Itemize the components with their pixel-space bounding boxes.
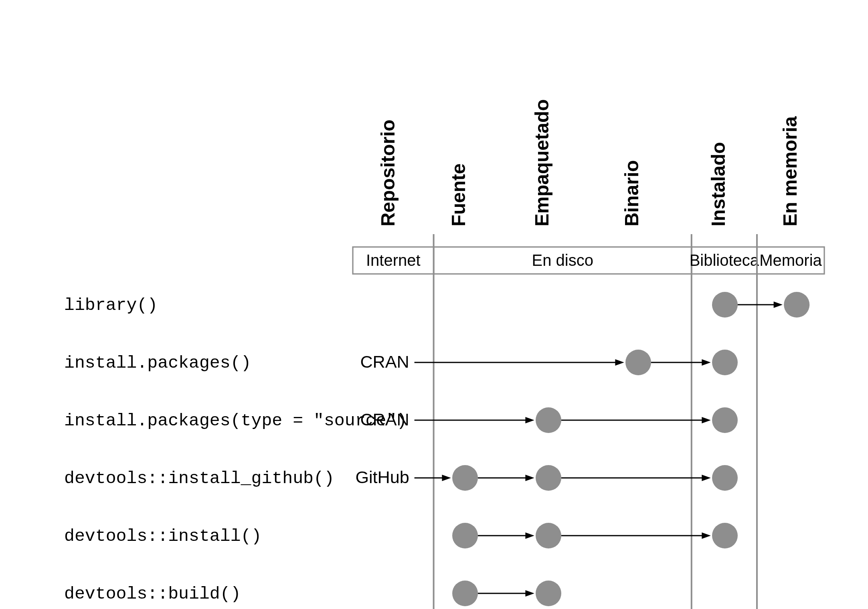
svg-marker-15 <box>702 475 710 481</box>
column-header-instalado: Instalado <box>708 142 729 227</box>
svg-marker-13 <box>525 475 534 481</box>
row-label: install.packages(type = "source") <box>64 411 407 431</box>
node-binario <box>625 350 651 375</box>
node-fuente <box>452 523 478 548</box>
svg-marker-5 <box>702 359 710 366</box>
node-fuente <box>452 465 478 491</box>
node-empaq <box>536 407 561 433</box>
repo-label: GitHub <box>355 467 409 487</box>
svg-marker-9 <box>702 417 710 423</box>
svg-marker-3 <box>615 359 624 366</box>
column-header-empaq: Empaquetado <box>531 99 552 226</box>
column-header-repo: Repositorio <box>377 119 399 227</box>
column-header-memoria: En memoria <box>779 116 801 227</box>
node-instalado <box>712 292 738 318</box>
svg-marker-17 <box>525 532 534 539</box>
subheader-instalado: Biblioteca <box>690 251 759 269</box>
node-instalado <box>712 523 738 548</box>
repo-label: CRAN <box>360 410 409 429</box>
svg-marker-7 <box>525 417 534 423</box>
svg-marker-19 <box>702 532 710 539</box>
row-label: install.packages() <box>64 353 251 373</box>
node-fuente <box>452 581 478 606</box>
subheader-repo: Internet <box>366 251 421 269</box>
node-instalado <box>712 350 738 375</box>
node-empaq <box>536 465 561 491</box>
node-empaq <box>536 581 561 606</box>
node-empaq <box>536 523 561 548</box>
row-label: devtools::install_github() <box>64 469 334 488</box>
node-instalado <box>712 465 738 491</box>
package-states-diagram: RepositorioFuenteEmpaquetadoBinarioInsta… <box>0 0 868 609</box>
subheader-fuente: En disco <box>532 251 593 269</box>
subheader-memoria: Memoria <box>759 251 822 269</box>
row-label: devtools::install() <box>64 526 261 546</box>
repo-label: CRAN <box>360 352 409 371</box>
svg-marker-1 <box>774 301 783 308</box>
svg-marker-21 <box>525 590 534 597</box>
svg-marker-11 <box>442 475 451 481</box>
column-header-binario: Binario <box>621 160 642 226</box>
row-label: library() <box>64 295 158 315</box>
row-label: devtools::build() <box>64 584 241 604</box>
column-header-fuente: Fuente <box>448 163 469 226</box>
node-instalado <box>712 407 738 433</box>
node-memoria <box>784 292 809 318</box>
